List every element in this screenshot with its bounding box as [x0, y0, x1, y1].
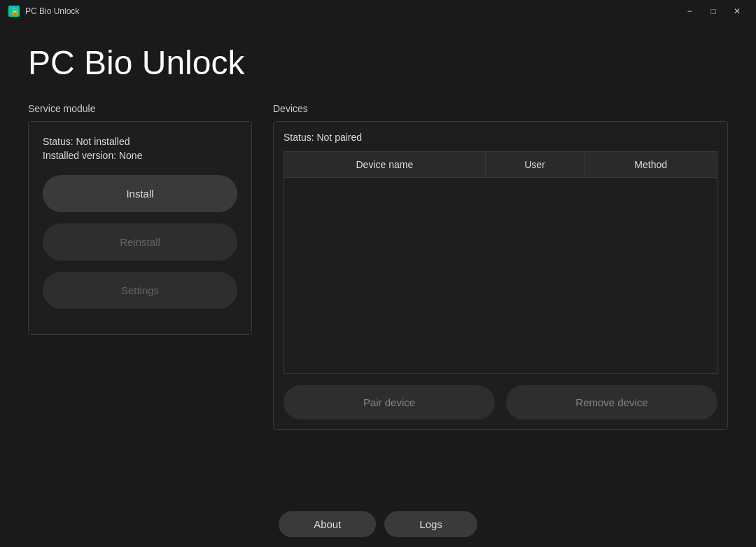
- devices-table-body: [284, 178, 718, 374]
- column-method: Method: [584, 152, 718, 178]
- logs-button[interactable]: Logs: [384, 511, 477, 537]
- devices-section: Devices Status: Not paired Device name U…: [273, 103, 728, 430]
- devices-label: Devices: [273, 103, 728, 114]
- empty-row: [284, 178, 718, 374]
- service-module-label: Service module: [28, 103, 252, 114]
- column-device-name: Device name: [284, 152, 486, 178]
- about-button[interactable]: About: [279, 511, 376, 537]
- minimize-button[interactable]: −: [679, 4, 700, 18]
- close-button[interactable]: ✕: [727, 4, 748, 18]
- devices-table-header: Device name User Method: [284, 152, 718, 178]
- title-bar-controls: − □ ✕: [679, 4, 748, 18]
- reinstall-button[interactable]: Reinstall: [43, 223, 237, 261]
- install-button[interactable]: Install: [43, 175, 237, 212]
- devices-table: Device name User Method: [284, 151, 718, 374]
- service-version: Installed version: None: [43, 150, 237, 161]
- pair-device-button[interactable]: Pair device: [284, 385, 495, 420]
- service-panel: Status: Not installed Installed version:…: [28, 121, 252, 335]
- devices-status: Status: Not paired: [284, 132, 718, 143]
- title-bar: 🔓 PC Bio Unlock − □ ✕: [0, 0, 756, 22]
- devices-actions: Pair device Remove device: [284, 385, 718, 420]
- main-content: Service module Status: Not installed Ins…: [0, 103, 756, 430]
- service-status: Status: Not installed: [43, 136, 237, 147]
- svg-text:🔓: 🔓: [10, 7, 20, 16]
- column-user: User: [485, 152, 584, 178]
- service-module-section: Service module Status: Not installed Ins…: [28, 103, 252, 430]
- settings-button[interactable]: Settings: [43, 272, 237, 309]
- title-bar-title: PC Bio Unlock: [25, 6, 79, 16]
- maximize-button[interactable]: □: [703, 4, 724, 18]
- page-title: PC Bio Unlock: [0, 22, 756, 96]
- bottom-bar: About Logs: [0, 501, 756, 547]
- title-bar-left: 🔓 PC Bio Unlock: [8, 6, 79, 17]
- app-icon: 🔓: [8, 6, 20, 17]
- devices-box: Status: Not paired Device name User Meth…: [273, 121, 728, 430]
- remove-device-button[interactable]: Remove device: [506, 385, 718, 420]
